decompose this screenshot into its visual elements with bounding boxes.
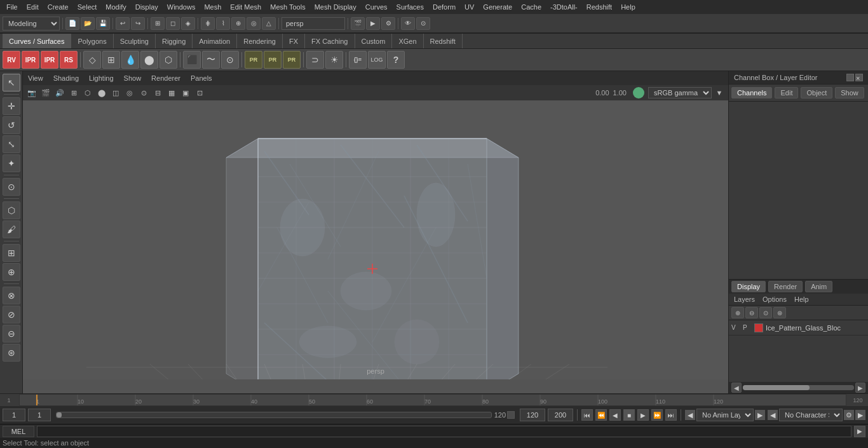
le-tab-render[interactable]: Render [768, 281, 803, 292]
save-scene-btn[interactable]: 💾 [96, 17, 110, 30]
vp-gate-icon[interactable]: ▣ [179, 87, 192, 98]
shelf-tab-custom[interactable]: Custom [355, 34, 393, 48]
show-hide-btn[interactable]: 👁 [401, 17, 415, 30]
undo-btn[interactable]: ↩ [116, 17, 130, 30]
menu-mesh-tools[interactable]: Mesh Tools [266, 2, 309, 12]
vp-show-menu[interactable]: Show [121, 74, 144, 82]
custom-btn-2[interactable]: ⊘ [3, 306, 20, 323]
vp-resolution-icon[interactable]: ⊟ [151, 87, 164, 98]
custom-btn-4[interactable]: ⊛ [3, 344, 20, 362]
shelf-icon-sphere[interactable]: ⬤ [140, 51, 158, 69]
le-tab-display[interactable]: Display [731, 281, 766, 292]
shelf-icon-rv[interactable]: RV [3, 51, 20, 69]
current-frame-input[interactable] [3, 409, 25, 421]
shelf-icon-ipr[interactable]: IPR [22, 51, 39, 69]
snap-to-view-btn[interactable]: ◎ [247, 17, 261, 30]
script-mode-indicator[interactable]: MEL [3, 426, 34, 437]
vp-film-icon[interactable]: 🎬 [39, 87, 52, 98]
vp-lighting-menu[interactable]: Lighting [86, 74, 116, 82]
vp-overlay-icon[interactable]: ⊡ [193, 87, 206, 98]
shelf-icon-ipr2[interactable]: IPR [41, 51, 58, 69]
viewport-3d[interactable]: Y X persp [23, 100, 728, 379]
vp-camera-icon[interactable]: 📷 [25, 87, 38, 98]
menu-file[interactable]: File [3, 2, 22, 12]
select-tool-btn[interactable]: ↖ [3, 74, 20, 92]
soft-select-btn[interactable]: ⊙ [3, 178, 20, 196]
cp-tab-object[interactable]: Object [801, 87, 832, 98]
char-set-prev-btn[interactable]: ◀ [768, 410, 778, 420]
vp-audio-icon[interactable]: 🔊 [53, 87, 66, 98]
shelf-tab-rendering[interactable]: Rendering [237, 34, 283, 48]
le-menu-help[interactable]: Help [792, 295, 811, 304]
rotate-tool-btn[interactable]: ↺ [3, 116, 20, 134]
shelf-tab-fx-caching[interactable]: FX Caching [305, 34, 355, 48]
le-tab-anim[interactable]: Anim [805, 281, 832, 292]
range-start-input[interactable] [28, 409, 51, 421]
char-set-settings-btn[interactable]: ⚙ [844, 410, 854, 420]
shelf-icon-rs[interactable]: RS [60, 51, 78, 69]
select-by-component-btn[interactable]: ◈ [181, 17, 195, 30]
shelf-icon-pr1[interactable]: PR [245, 51, 262, 69]
panel-close-btn[interactable]: × [855, 74, 863, 81]
move-tool-btn[interactable]: ✛ [3, 97, 20, 115]
shelf-icon-circle[interactable]: ⊙ [221, 51, 239, 69]
anim-layer-next-btn[interactable]: ▶ [755, 410, 765, 420]
ipr-render-btn[interactable]: ▶ [366, 17, 380, 30]
le-icon-1[interactable]: ⊕ [731, 307, 744, 318]
menu-deform[interactable]: Deform [429, 2, 459, 12]
layer-playback-toggle[interactable]: P [743, 324, 752, 331]
color-space-selector[interactable]: sRGB gamma [648, 87, 712, 98]
render-settings-btn[interactable]: ⚙ [381, 17, 395, 30]
menu-uv[interactable]: UV [461, 2, 478, 12]
char-set-next-btn[interactable]: ▶ [855, 410, 865, 420]
layer-color-swatch[interactable] [754, 323, 763, 332]
layer-scroll-track[interactable] [743, 385, 854, 390]
shelf-icon-diamond[interactable]: ◇ [83, 51, 101, 69]
vp-shaded-icon[interactable]: ⬤ [95, 87, 108, 98]
layer-scrollbar[interactable]: ◀ ▶ [729, 382, 868, 393]
shelf-tab-sculpting[interactable]: Sculpting [114, 34, 156, 48]
menu-redshift[interactable]: Redshift [583, 2, 616, 12]
snap-to-grid-btn[interactable]: ⋕ [201, 17, 215, 30]
open-scene-btn[interactable]: 📂 [81, 17, 95, 30]
shelf-icon-log[interactable]: LOG [368, 51, 386, 69]
shelf-icon-bowl[interactable]: ⊃ [306, 51, 324, 69]
vp-shading-menu[interactable]: Shading [51, 74, 81, 82]
redo-btn[interactable]: ↪ [131, 17, 145, 30]
menu-generate[interactable]: Generate [479, 2, 516, 12]
menu-mesh[interactable]: Mesh [200, 2, 225, 12]
le-icon-3[interactable]: ⊙ [759, 307, 772, 318]
vp-panels-menu[interactable]: Panels [188, 74, 215, 82]
snap-grid-btn[interactable]: ⊞ [3, 244, 20, 262]
snap-to-point-btn[interactable]: ⊕ [231, 17, 245, 30]
layer-scroll-thumb[interactable] [743, 385, 810, 390]
anim-layer-prev-btn[interactable]: ◀ [685, 410, 695, 420]
vp-color-icon[interactable] [633, 87, 644, 98]
menu-select[interactable]: Select [74, 2, 101, 12]
layer-row-ice[interactable]: V P Ice_Pattern_Glass_Bloc [729, 320, 868, 336]
show-manip-btn[interactable]: ⊕ [3, 263, 20, 281]
time-slider-thumb[interactable] [57, 412, 62, 417]
vp-isolate-icon[interactable]: ⊙ [137, 87, 150, 98]
snap-to-surface-btn[interactable]: △ [262, 17, 276, 30]
step-back-btn[interactable]: ⏪ [595, 409, 607, 421]
step-forward-btn[interactable]: ⏩ [651, 409, 663, 421]
anim-layer-dropdown[interactable]: No Anim Layer [696, 409, 754, 421]
vp-hud-icon[interactable]: ▦ [165, 87, 178, 98]
shelf-icon-grid[interactable]: ⊞ [102, 51, 120, 69]
isolate-select-btn[interactable]: ⊙ [416, 17, 430, 30]
layer-visibility-toggle[interactable]: V [731, 324, 740, 331]
shelf-tab-curves-surfaces[interactable]: Curves / Surfaces [3, 34, 71, 48]
le-menu-options[interactable]: Options [760, 295, 789, 304]
range-total-input[interactable] [548, 409, 573, 421]
scale-tool-btn[interactable]: ⤡ [3, 135, 20, 153]
vp-settings-icon[interactable]: ▼ [713, 87, 726, 98]
range-end-expand-btn[interactable] [507, 411, 515, 419]
character-set-dropdown[interactable]: No Character Set [779, 409, 843, 421]
shelf-tab-xgen[interactable]: XGen [392, 34, 423, 48]
le-icon-4[interactable]: ⊛ [773, 307, 786, 318]
shelf-icon-cube-red[interactable]: ⬛ [183, 51, 201, 69]
shelf-icon-pr2[interactable]: PR [264, 51, 281, 69]
timeline-track[interactable]: 1 10 20 30 40 50 60 70 80 90 100 110 120 [19, 394, 846, 406]
paint-btn[interactable]: 🖌 [3, 221, 20, 238]
